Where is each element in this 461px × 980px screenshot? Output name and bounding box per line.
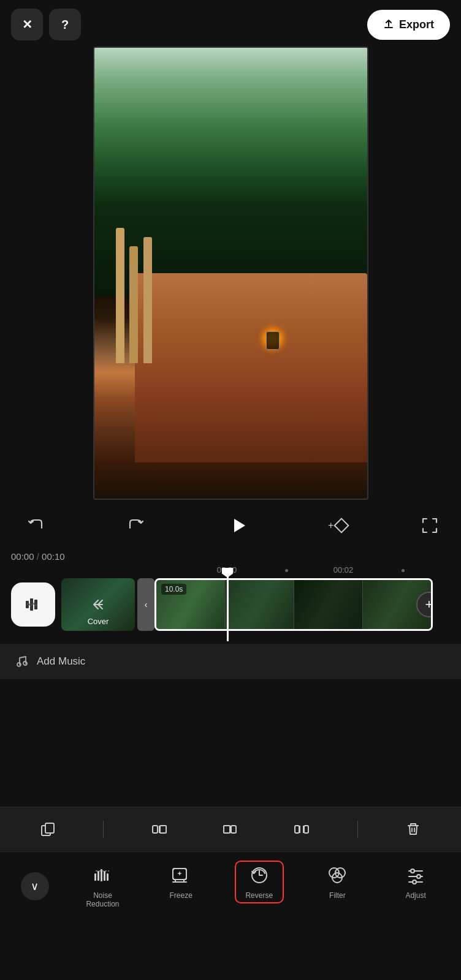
chevron-icon: ‹: [145, 600, 148, 609]
trim-start-button[interactable]: [143, 816, 175, 843]
music-icon: [15, 655, 28, 668]
svg-rect-17: [304, 826, 308, 833]
svg-rect-20: [94, 873, 96, 881]
time-labels: 00:00 / 00:10: [0, 551, 461, 562]
svg-point-35: [417, 875, 421, 878]
collapse-button[interactable]: ∨: [21, 872, 49, 900]
add-music-row[interactable]: Add Music: [0, 644, 461, 679]
svg-point-37: [413, 880, 416, 884]
edit-toolbar: [0, 807, 461, 851]
adjust-label: Adjust: [405, 891, 425, 900]
clip-duration: 10.0s: [161, 584, 186, 595]
play-button[interactable]: [223, 510, 254, 541]
keyframe-button[interactable]: +: [328, 520, 347, 531]
clip-thumbs: [156, 580, 431, 629]
filter-label: Filter: [329, 891, 346, 900]
noise-reduction-label: NoiseReduction: [86, 891, 119, 908]
svg-rect-24: [107, 873, 109, 881]
clip-thumb-3: [294, 580, 363, 629]
clip-thumb-2: [225, 580, 294, 629]
svg-rect-10: [160, 826, 166, 833]
separator-1: [103, 821, 104, 838]
redo-button[interactable]: [123, 512, 150, 539]
svg-rect-8: [153, 826, 158, 833]
svg-marker-0: [234, 519, 245, 532]
svg-rect-13: [231, 826, 236, 833]
top-bar: ✕ ? Export: [0, 0, 461, 47]
svg-rect-11: [224, 826, 230, 833]
freeze-icon: [170, 864, 192, 886]
video-clip-strip[interactable]: 10.0s +: [154, 578, 433, 631]
reverse-label: Reverse: [245, 891, 273, 900]
freeze-label: Freeze: [169, 891, 192, 900]
top-left-buttons: ✕ ?: [11, 9, 81, 40]
add-music-label: Add Music: [37, 655, 85, 668]
plus-icon: +: [328, 520, 333, 531]
tool-filter[interactable]: Filter: [313, 861, 362, 903]
separator-2: [357, 821, 358, 838]
reverse-icon: [248, 864, 270, 886]
spacer-area: [0, 684, 461, 807]
fullscreen-button[interactable]: [421, 516, 439, 535]
copy-clip-button[interactable]: [32, 816, 64, 843]
chevron-down-icon: ∨: [31, 880, 39, 893]
noise-reduction-icon: [91, 864, 113, 886]
delete-clip-button[interactable]: [397, 816, 429, 843]
controls-bar: +: [0, 500, 461, 551]
timeline-area: Cover ‹ 10.0s +: [0, 568, 461, 641]
video-preview-inner: [94, 48, 367, 499]
scrubber-chevron[interactable]: ‹: [137, 578, 154, 631]
svg-point-33: [411, 869, 414, 873]
tool-reverse[interactable]: Reverse: [235, 861, 284, 903]
svg-rect-21: [97, 871, 99, 881]
undo-button[interactable]: [22, 512, 49, 539]
filter-icon: [326, 864, 348, 886]
export-icon: [383, 19, 394, 30]
tool-freeze[interactable]: Freeze: [156, 861, 205, 903]
timeline-section: 00:00 / 00:10 00:00 00:02: [0, 551, 461, 684]
trim-end-button[interactable]: [215, 816, 246, 843]
cover-label: Cover: [88, 617, 109, 626]
svg-point-5: [23, 662, 27, 665]
video-preview: [93, 47, 368, 500]
svg-rect-23: [104, 871, 105, 881]
export-label: Export: [399, 18, 434, 31]
playhead-top: [222, 568, 233, 578]
close-button[interactable]: ✕: [11, 9, 43, 40]
audio-button[interactable]: [11, 582, 55, 627]
bottom-toolbar: ∨ NoiseReduction: [0, 851, 461, 918]
current-time: 00:00 / 00:10: [11, 551, 65, 562]
adjust-icon: [405, 864, 427, 886]
tool-noise-reduction[interactable]: NoiseReduction: [78, 861, 127, 912]
svg-rect-7: [45, 823, 54, 833]
svg-point-4: [17, 663, 21, 666]
tool-adjust[interactable]: Adjust: [391, 861, 440, 903]
trim-both-button[interactable]: [286, 816, 318, 843]
diamond-icon: [334, 518, 349, 533]
help-button[interactable]: ?: [49, 9, 81, 40]
cover-clip: Cover: [61, 578, 135, 631]
export-button[interactable]: Export: [367, 10, 450, 40]
svg-rect-14: [295, 826, 299, 833]
